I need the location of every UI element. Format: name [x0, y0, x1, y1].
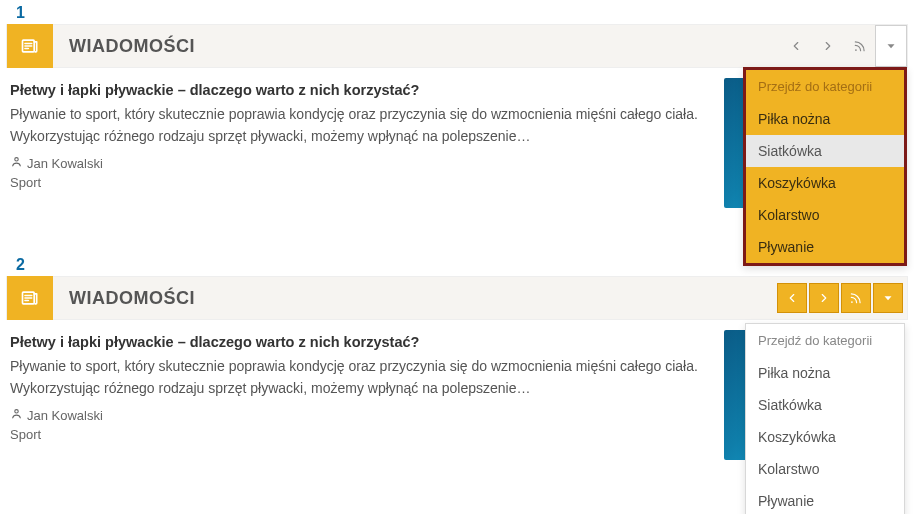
category-menu-item[interactable]: Piłka nożna: [746, 103, 904, 135]
variant-label-1: 1: [0, 0, 914, 24]
category-menu-item[interactable]: Koszykówka: [746, 167, 904, 199]
category-menu-item[interactable]: Koszykówka: [746, 421, 904, 453]
news-icon: [7, 276, 53, 320]
article-excerpt: Pływanie to sport, który skutecznie popr…: [10, 356, 712, 399]
news-widget-variant-1: WIADOMOŚCI Przejdź do kategorii Piłka no…: [6, 24, 908, 238]
header-controls: [777, 283, 907, 313]
prev-button[interactable]: [779, 25, 811, 67]
header-controls: [779, 25, 907, 67]
category-menu-header: Przejdź do kategorii: [746, 70, 904, 103]
article-category[interactable]: Sport: [10, 171, 712, 190]
article-body: Płetwy i łapki pływackie – dlaczego wart…: [10, 330, 724, 490]
rss-button[interactable]: [841, 283, 871, 313]
category-menu-item[interactable]: Pływanie: [746, 485, 904, 514]
svg-marker-5: [888, 44, 895, 48]
svg-point-13: [15, 410, 18, 413]
article-body: Płetwy i łapki pływackie – dlaczego wart…: [10, 78, 724, 238]
category-dropdown-toggle[interactable]: [875, 25, 907, 67]
widget-title: WIADOMOŚCI: [53, 36, 195, 57]
category-menu-item[interactable]: Pływanie: [746, 231, 904, 263]
news-widget-variant-2: WIADOMOŚCI Przejdź do kategorii Piłka no…: [6, 276, 908, 490]
category-menu-item[interactable]: Kolarstwo: [746, 453, 904, 485]
article-author[interactable]: Jan Kowalski: [10, 155, 712, 171]
article-excerpt: Pływanie to sport, który skutecznie popr…: [10, 104, 712, 147]
article-title[interactable]: Płetwy i łapki pływackie – dlaczego wart…: [10, 78, 712, 104]
author-name: Jan Kowalski: [27, 408, 103, 423]
article-category[interactable]: Sport: [10, 423, 712, 442]
next-button[interactable]: [811, 25, 843, 67]
user-icon: [10, 155, 23, 171]
user-icon: [10, 407, 23, 423]
category-menu: Przejdź do kategorii Piłka nożna Siatków…: [743, 67, 907, 266]
svg-point-6: [15, 158, 18, 161]
author-name: Jan Kowalski: [27, 156, 103, 171]
category-dropdown-toggle[interactable]: [873, 283, 903, 313]
article-meta: Jan Kowalski Sport: [10, 147, 712, 190]
news-icon: [7, 24, 53, 68]
svg-point-11: [851, 301, 853, 303]
category-menu-item[interactable]: Piłka nożna: [746, 357, 904, 389]
article-author[interactable]: Jan Kowalski: [10, 407, 712, 423]
article-meta: Jan Kowalski Sport: [10, 399, 712, 442]
widget-title: WIADOMOŚCI: [53, 288, 195, 309]
svg-marker-12: [885, 296, 892, 300]
widget-header: WIADOMOŚCI Przejdź do kategorii Piłka no…: [6, 24, 908, 68]
next-button[interactable]: [809, 283, 839, 313]
category-menu: Przejdź do kategorii Piłka nożna Siatków…: [745, 323, 905, 514]
category-menu-item[interactable]: Siatkówka: [746, 135, 904, 167]
prev-button[interactable]: [777, 283, 807, 313]
svg-point-4: [855, 49, 857, 51]
rss-button[interactable]: [843, 25, 875, 67]
category-menu-item[interactable]: Kolarstwo: [746, 199, 904, 231]
article-title[interactable]: Płetwy i łapki pływackie – dlaczego wart…: [10, 330, 712, 356]
widget-header: WIADOMOŚCI Przejdź do kategorii Piłka no…: [6, 276, 908, 320]
category-menu-item[interactable]: Siatkówka: [746, 389, 904, 421]
category-menu-header: Przejdź do kategorii: [746, 324, 904, 357]
